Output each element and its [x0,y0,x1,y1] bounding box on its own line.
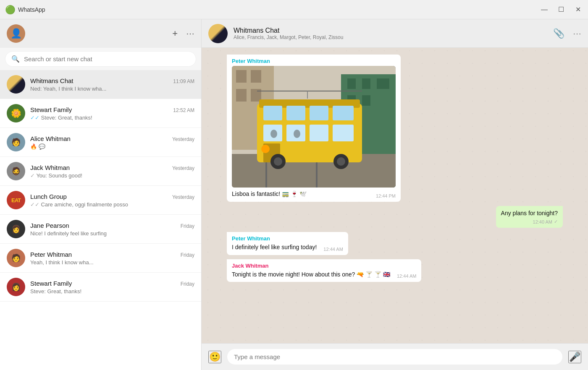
svg-rect-3 [362,78,370,89]
emoji-button[interactable]: 🙂 [208,351,221,363]
svg-rect-4 [377,78,389,89]
sidebar-header: 👤 + ⋯ [0,19,201,48]
chat-preview: Steve: Great, thanks! [30,288,194,294]
svg-rect-23 [310,125,328,141]
tram-svg [232,66,396,188]
msg-sender-peter: Peter Whitman [232,58,396,64]
svg-point-29 [337,157,345,166]
avatar-whitmans [7,75,25,94]
svg-point-30 [261,145,270,153]
chat-preview: Nice! I definitely feel like surfing [30,230,194,237]
chat-preview: Ned: Yeah, I think I know wha... [30,86,194,92]
svg-rect-10 [236,89,247,102]
chat-name: Jack Whitman [30,164,70,171]
chat-name-row: Stewart Family Friday [30,280,194,287]
msg-text-1: Lisboa is fantastic! 🚃 🍷 🕊️ [232,190,307,198]
chat-info-whitmans: Whitmans Chat 11:09 AM Ned: Yeah, I thin… [30,77,194,92]
svg-point-27 [274,157,282,166]
chat-preview: 🔥 💬 [30,143,194,150]
svg-rect-17 [263,106,282,120]
search-input[interactable] [24,55,190,63]
avatar-jane: 👩 [7,220,25,238]
msg-sender-peter-3: Peter Whitman [232,235,343,242]
mic-button[interactable]: 🎤 [568,351,581,363]
chat-time: Friday [181,252,194,258]
titlebar: 🟢 WhatsApp — ☐ ✕ [0,0,588,19]
chat-name: Stewart Family [30,106,72,113]
search-input-wrap: 🔍 [5,51,196,67]
chat-info-lunch: Lunch Group Yesterday ✓✓ Care amiche, og… [30,193,194,208]
chat-time: Friday [181,281,194,287]
msg-time-1: 12:44 PM [376,193,396,198]
chat-info-peter: Peter Whitman Friday Yeah, I think I kno… [30,251,194,266]
chat-name: Stewart Family [30,280,72,287]
maximize-button[interactable]: ☐ [556,5,566,15]
chat-item-peter[interactable]: 🧑 Peter Whitman Friday Yeah, I think I k… [0,244,201,273]
chat-header: Whitmans Chat Alice, Francis, Jack, Marg… [202,19,588,48]
chat-preview: Yeah, I think I know wha... [30,259,194,266]
chat-item-stewart2[interactable]: 👩 Stewart Family Friday Steve: Great, th… [0,273,201,302]
chat-name: Alice Whitman [30,135,71,142]
chat-header-actions: 📎 ⋯ [553,28,581,39]
msg-tick-2: ✓ [554,219,558,224]
avatar-jack: 🧔 [7,162,25,180]
chat-name: Lunch Group [30,193,67,200]
chat-item-stewart[interactable]: 🌼 Stewart Family 12:52 AM ✓✓ Steve: Grea… [0,99,201,128]
chat-item-jack[interactable]: 🧔 Jack Whitman Yesterday ✓ You: Sounds g… [0,157,201,186]
chat-preview: ✓✓ Steve: Great, thanks! [30,115,194,121]
chat-time: 12:52 AM [173,107,194,113]
chat-preview: ✓ You: Sounds good! [30,172,194,179]
message-input-wrap [227,349,562,365]
msg-image-tram [232,66,396,188]
search-icon: 🔍 [11,55,20,63]
chat-list: Whitmans Chat 11:09 AM Ned: Yeah, I thin… [0,70,201,370]
chat-info-stewart: Stewart Family 12:52 AM ✓✓ Steve: Great,… [30,106,194,121]
new-chat-button[interactable]: + [172,28,178,39]
svg-point-34 [294,130,300,138]
minimize-button[interactable]: — [539,5,549,15]
chat-time: Friday [181,223,194,229]
close-button[interactable]: ✕ [573,5,583,15]
app-body: 👤 + ⋯ 🔍 Whitmans Chat 11:09 AM [0,19,588,370]
svg-point-33 [270,130,277,138]
msg-text-4: Tonight is the movie night! How about th… [232,271,390,279]
chat-info-jack: Jack Whitman Yesterday ✓ You: Sounds goo… [30,164,194,179]
chat-avatar [208,24,228,43]
chat-name: Jane Pearson [30,222,69,229]
avatar-alice: 🧑 [7,133,25,151]
sidebar-header-actions: + ⋯ [172,28,194,39]
user-avatar[interactable]: 👤 [7,24,25,43]
chat-time: Yesterday [172,194,194,200]
chat-item-jane[interactable]: 👩 Jane Pearson Friday Nice! I definitely… [0,215,201,244]
chat-info-stewart2: Stewart Family Friday Steve: Great, than… [30,280,194,294]
chat-name-row: Peter Whitman Friday [30,251,194,258]
svg-rect-24 [333,125,354,141]
chat-name-row: Lunch Group Yesterday [30,193,194,200]
message-3: Peter Whitman I definitely feel like sur… [227,232,348,255]
msg-sender-jack: Jack Whitman [232,263,416,269]
message-input-bar: 🙂 🎤 [202,343,588,370]
chat-preview: ✓✓ Care amiche, oggi finalmente posso [30,201,194,208]
chat-name-row: Jane Pearson Friday [30,222,194,229]
sidebar: 👤 + ⋯ 🔍 Whitmans Chat 11:09 AM [0,19,202,370]
chat-item-lunch[interactable]: EAT Lunch Group Yesterday ✓✓ Care amiche… [0,186,201,215]
chat-item-alice[interactable]: 🧑 Alice Whitman Yesterday 🔥 💬 [0,128,201,157]
more-options-button[interactable]: ⋯ [186,28,194,39]
svg-rect-9 [251,70,261,83]
chat-info-alice: Alice Whitman Yesterday 🔥 💬 [30,135,194,150]
chat-more-button[interactable]: ⋯ [573,28,581,39]
chat-header-name: Whitmans Chat [234,27,547,34]
msg-text-2: Any plans for tonight? [501,210,558,216]
msg-time-3: 12:44 AM [323,247,343,252]
msg-time-2: 12:40 AM [533,219,552,224]
attach-button[interactable]: 📎 [553,28,564,39]
chat-item-whitmans[interactable]: Whitmans Chat 11:09 AM Ned: Yeah, I thin… [0,70,201,99]
msg-meta-2: 12:40 AM ✓ [501,219,558,224]
chat-name-row: Alice Whitman Yesterday [30,135,194,142]
chat-time: Yesterday [172,136,194,142]
message-input[interactable] [234,353,556,360]
chat-name-row: Stewart Family 12:52 AM [30,106,194,113]
chat-name-row: Whitmans Chat 11:09 AM [30,77,194,84]
chat-time: 11:09 AM [173,78,194,84]
svg-rect-6 [362,95,370,106]
